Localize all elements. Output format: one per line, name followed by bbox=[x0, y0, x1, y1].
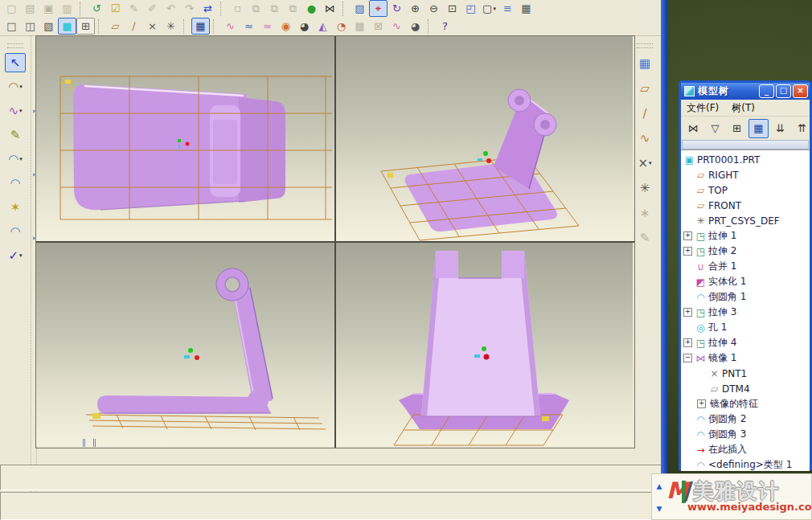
datum-point-tool-button[interactable]: ×▾ bbox=[634, 154, 655, 173]
datum-axis-display-button[interactable]: ∕ bbox=[125, 18, 143, 35]
merge-surface-button[interactable]: ✶ bbox=[5, 198, 26, 217]
curvature-analysis-button[interactable]: ∿ bbox=[221, 18, 240, 35]
viewport-bottom-left[interactable] bbox=[36, 243, 334, 446]
delete-curvature-button[interactable]: ∿ bbox=[388, 18, 406, 35]
delete-reflection-button[interactable]: ◕ bbox=[406, 18, 424, 35]
tree-item[interactable]: +镜像的特征 bbox=[681, 396, 810, 411]
tree-filter-button[interactable]: ▽ bbox=[705, 119, 725, 138]
tree-item[interactable]: ◠<defining>类型 1 bbox=[681, 457, 810, 471]
zoom-in-button[interactable]: ⊕ bbox=[406, 0, 424, 17]
regenerate-model-button[interactable]: ● bbox=[302, 0, 321, 17]
modify-button[interactable]: ✎ bbox=[125, 0, 143, 17]
trim-surface-button[interactable]: ◠ bbox=[5, 174, 26, 193]
select-tool-button[interactable]: ↖ bbox=[5, 53, 26, 72]
tree-expand-toggle[interactable]: + bbox=[683, 231, 692, 240]
open-file-button[interactable]: ▤ bbox=[21, 0, 39, 17]
print-button[interactable]: ▥ bbox=[58, 0, 76, 17]
zoom-out-button[interactable]: ⊖ bbox=[424, 0, 443, 17]
tree-item[interactable]: ×PNT1 bbox=[681, 366, 810, 381]
scroll-arrows-icon[interactable]: ▲▼ bbox=[654, 482, 664, 513]
message-area-handle[interactable] bbox=[83, 439, 96, 447]
saved-views-button[interactable]: ▢▾ bbox=[480, 0, 498, 17]
tree-item[interactable]: →在此插入 bbox=[681, 442, 810, 457]
tree-item[interactable]: ∪合并 1 bbox=[681, 259, 810, 274]
toolbar-handle[interactable] bbox=[7, 43, 23, 48]
dropdown-arrow-icon[interactable]: ▾ bbox=[19, 84, 23, 90]
edit-button[interactable]: ✐ bbox=[143, 0, 162, 17]
refit-button[interactable]: ⊡ bbox=[443, 0, 461, 17]
datum-curve-tool-button[interactable]: ∿ bbox=[634, 129, 655, 148]
redo-button[interactable]: ↷ bbox=[180, 0, 199, 17]
confirm-button[interactable]: ✓▾ bbox=[5, 246, 26, 265]
dropdown-arrow-icon[interactable]: ▾ bbox=[649, 160, 652, 166]
reflection-analysis-button[interactable]: ◕ bbox=[295, 18, 314, 35]
tree-expand-toggle[interactable]: + bbox=[683, 308, 692, 317]
viewport-top-right[interactable] bbox=[336, 36, 633, 241]
tree-item[interactable]: ◠倒圆角 1 bbox=[681, 289, 810, 305]
tree-columns-button[interactable]: ⊞ bbox=[727, 119, 747, 138]
delete-analysis-button[interactable]: ⊠ bbox=[369, 18, 388, 35]
tree-item[interactable]: ▱TOP bbox=[681, 182, 810, 198]
point-array-button[interactable]: ∗ bbox=[634, 203, 655, 223]
paste-special-button[interactable]: ⧉ bbox=[284, 0, 302, 17]
orient-mode-button[interactable]: ↻ bbox=[388, 0, 406, 17]
csys-tool-button[interactable]: ✳ bbox=[634, 178, 655, 198]
style-datum-button[interactable]: ▦ bbox=[634, 54, 655, 73]
color-map-analysis-button[interactable]: ◉ bbox=[277, 18, 295, 35]
viewport-divider-horizontal[interactable] bbox=[36, 241, 634, 243]
tree-item[interactable]: ▣PRT0001.PRT bbox=[681, 152, 810, 167]
copy-surface-button[interactable]: ◠▾ bbox=[5, 149, 26, 169]
tree-horizontal-scrollbar[interactable] bbox=[682, 140, 809, 149]
csys-display-button[interactable]: ✳ bbox=[162, 18, 180, 35]
paste-button[interactable]: ⧉ bbox=[265, 0, 284, 17]
wireframe-view-button[interactable]: □ bbox=[2, 18, 21, 35]
style-tool-button[interactable]: ✎ bbox=[5, 125, 26, 145]
no-hidden-view-button[interactable]: ▧ bbox=[39, 18, 58, 35]
close-button[interactable]: × bbox=[793, 84, 808, 98]
copy-button[interactable]: ⧉ bbox=[247, 0, 265, 17]
maximize-button[interactable]: □ bbox=[776, 84, 791, 98]
tree-expand-toggle[interactable]: − bbox=[683, 354, 692, 362]
repaint-button[interactable]: ▨ bbox=[351, 0, 369, 17]
layers-button[interactable]: ≡ bbox=[498, 0, 517, 17]
tree-item[interactable]: +◳拉伸 3 bbox=[681, 305, 810, 320]
minimize-button[interactable]: _ bbox=[759, 84, 774, 98]
datum-plane-display-button[interactable]: ▱ bbox=[106, 18, 125, 35]
viewport-bottom-right[interactable] bbox=[336, 243, 633, 446]
sketch-tool-button[interactable]: ✎ bbox=[634, 228, 655, 248]
menu-tree[interactable]: 树(T) bbox=[732, 101, 755, 115]
model-notes-button[interactable]: ☑ bbox=[106, 0, 125, 17]
erase-not-displayed-button[interactable]: ↺ bbox=[88, 0, 106, 17]
tree-settings-button[interactable]: ▦ bbox=[748, 119, 769, 138]
tree-item[interactable]: ◠倒圆角 3 bbox=[681, 427, 810, 442]
surface-analysis-button[interactable]: ≈ bbox=[240, 18, 258, 35]
toolbar-handle[interactable] bbox=[637, 43, 653, 48]
tree-item[interactable]: +◳拉伸 1 bbox=[681, 228, 810, 244]
curve-tool-button[interactable]: ∿▾ bbox=[5, 101, 26, 121]
tree-item[interactable]: ◎孔 1 bbox=[681, 320, 810, 335]
tree-expand-toggle[interactable]: + bbox=[683, 338, 692, 347]
dropdown-arrow-icon[interactable]: ▾ bbox=[19, 252, 23, 259]
tree-expand-toggle[interactable]: + bbox=[683, 247, 692, 256]
shaded-curvature-button[interactable]: ◔ bbox=[332, 18, 351, 35]
datum-plane-tool-button[interactable]: ▱ bbox=[634, 79, 655, 98]
model-tree-titlebar[interactable]: 模型树 _ □ × bbox=[681, 83, 810, 100]
model-tree-toggle-button[interactable]: ⊞ bbox=[76, 18, 95, 35]
tree-expand-all-button[interactable]: ⇊ bbox=[770, 119, 790, 138]
tree-item[interactable]: ▱FRONT bbox=[681, 198, 810, 213]
tree-search-button[interactable]: ⋈ bbox=[683, 119, 703, 138]
undo-button[interactable]: ↶ bbox=[162, 0, 180, 17]
tree-collapse-all-button[interactable]: ⇈ bbox=[792, 119, 812, 138]
dropdown-arrow-icon[interactable]: ▾ bbox=[19, 108, 23, 114]
graphics-area[interactable] bbox=[35, 35, 635, 448]
tree-item[interactable]: ▱DTM4 bbox=[681, 381, 810, 396]
save-button[interactable]: ▣ bbox=[39, 0, 58, 17]
search-button[interactable]: ⋈ bbox=[321, 0, 339, 17]
tree-item[interactable]: +◳拉伸 2 bbox=[681, 244, 810, 259]
datum-axis-tool-button[interactable]: ∕ bbox=[634, 104, 655, 123]
dropdown-arrow-icon[interactable]: ▾ bbox=[493, 6, 496, 12]
menu-file[interactable]: 文件(F) bbox=[687, 101, 719, 115]
spin-center-button[interactable]: ⌖ bbox=[369, 0, 388, 17]
point-display-button[interactable]: × bbox=[143, 18, 162, 35]
extend-surface-button[interactable]: ◠ bbox=[5, 222, 26, 241]
